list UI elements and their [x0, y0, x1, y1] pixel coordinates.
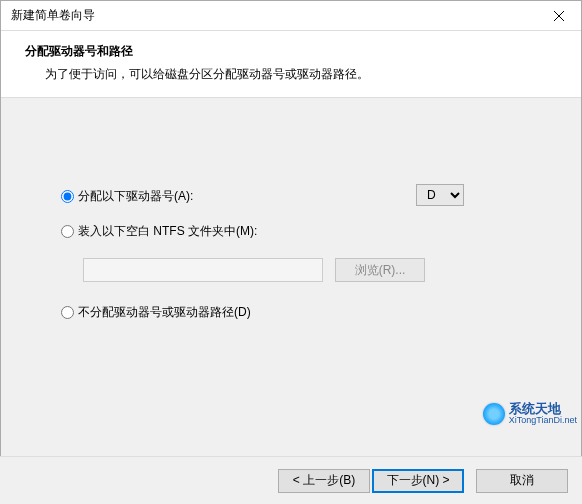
close-button[interactable]	[536, 1, 581, 30]
assign-letter-row: 分配以下驱动器号(A):	[61, 188, 541, 205]
mount-folder-radio[interactable]: 装入以下空白 NTFS 文件夹中(M):	[61, 223, 257, 240]
watermark-icon	[483, 403, 505, 425]
titlebar: 新建简单卷向导	[1, 1, 581, 31]
mount-folder-radio-input[interactable]	[61, 225, 74, 238]
assign-letter-label: 分配以下驱动器号(A):	[78, 188, 193, 205]
no-assign-row: 不分配驱动器号或驱动器路径(D)	[61, 304, 541, 321]
wizard-content: 分配以下驱动器号(A): D 装入以下空白 NTFS 文件夹中(M): 浏览(R…	[1, 97, 581, 475]
mount-path-row: 浏览(R)...	[83, 258, 541, 282]
watermark: 系统天地 XiTongTianDi.net	[483, 402, 577, 425]
mount-path-input	[83, 258, 323, 282]
assign-letter-radio-input[interactable]	[61, 190, 74, 203]
cancel-button[interactable]: 取消	[476, 469, 568, 493]
wizard-footer: < 上一步(B) 下一步(N) > 取消	[0, 456, 582, 504]
mount-folder-row: 装入以下空白 NTFS 文件夹中(M):	[61, 223, 541, 240]
back-button[interactable]: < 上一步(B)	[278, 469, 370, 493]
wizard-header: 分配驱动器号和路径 为了便于访问，可以给磁盘分区分配驱动器号或驱动器路径。	[1, 31, 581, 97]
mount-folder-label: 装入以下空白 NTFS 文件夹中(M):	[78, 223, 257, 240]
next-button[interactable]: 下一步(N) >	[372, 469, 464, 493]
page-title: 分配驱动器号和路径	[25, 43, 557, 60]
no-assign-label: 不分配驱动器号或驱动器路径(D)	[78, 304, 251, 321]
no-assign-radio-input[interactable]	[61, 306, 74, 319]
no-assign-radio[interactable]: 不分配驱动器号或驱动器路径(D)	[61, 304, 251, 321]
window-title: 新建简单卷向导	[11, 7, 95, 24]
browse-button: 浏览(R)...	[335, 258, 425, 282]
assign-letter-radio[interactable]: 分配以下驱动器号(A):	[61, 188, 193, 205]
page-subtitle: 为了便于访问，可以给磁盘分区分配驱动器号或驱动器路径。	[45, 66, 557, 83]
watermark-subtext: XiTongTianDi.net	[509, 415, 577, 425]
watermark-text: 系统天地	[509, 402, 577, 415]
close-icon	[554, 11, 564, 21]
drive-letter-select[interactable]: D	[416, 184, 464, 206]
